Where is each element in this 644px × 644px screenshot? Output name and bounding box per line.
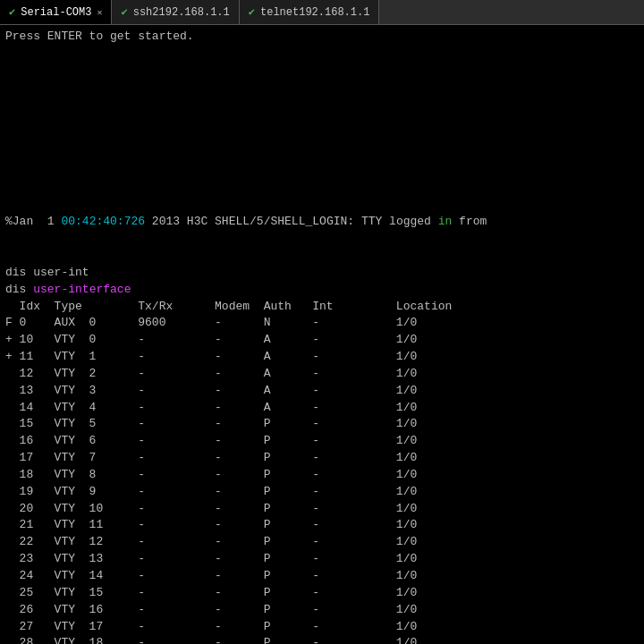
check-icon-serial: ✔	[9, 5, 15, 19]
tab-ssh[interactable]: ✔ ssh2192.168.1.1	[112, 0, 239, 24]
tab-bar: ✔ Serial-COM3 ✕ ✔ ssh2192.168.1.1 ✔ teln…	[0, 0, 644, 25]
tab-label-telnet: telnet192.168.1.1	[260, 6, 369, 19]
tab-telnet[interactable]: ✔ telnet192.168.1.1	[240, 0, 380, 24]
tab-serial-com3[interactable]: ✔ Serial-COM3 ✕	[0, 0, 112, 24]
terminal-output[interactable]: Press ENTER to get started. %Jan 1 00:42…	[0, 25, 644, 644]
close-icon-serial[interactable]: ✕	[97, 7, 102, 18]
tab-label-ssh: ssh2192.168.1.1	[133, 6, 230, 19]
tab-label-serial: Serial-COM3	[21, 6, 91, 19]
check-icon-ssh: ✔	[121, 5, 127, 19]
check-icon-telnet: ✔	[249, 5, 255, 19]
